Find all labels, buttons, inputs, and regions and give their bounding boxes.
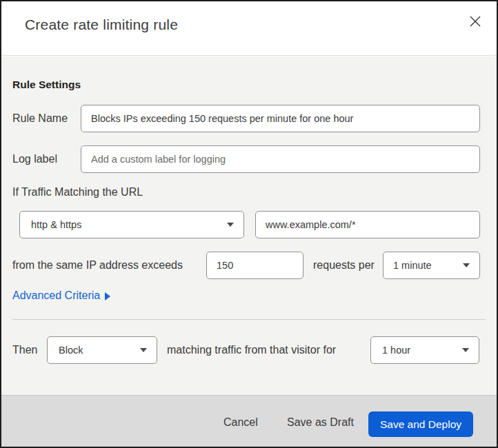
- scheme-select[interactable]: http & https: [19, 211, 244, 238]
- period-select[interactable]: 1 minute: [383, 252, 480, 279]
- rule-name-label: Rule Name: [12, 112, 68, 125]
- url-input[interactable]: [255, 211, 480, 238]
- save-deploy-button[interactable]: Save and Deploy: [368, 411, 473, 437]
- action-select[interactable]: Block: [47, 336, 157, 364]
- then-suffix-text: matching traffic from that visitor for: [167, 343, 336, 357]
- threshold-input[interactable]: [206, 252, 303, 279]
- period-select-value: 1 minute: [393, 260, 432, 271]
- duration-select-value: 1 hour: [382, 345, 410, 356]
- action-select-value: Block: [59, 345, 83, 356]
- log-label-input[interactable]: [81, 145, 480, 173]
- advanced-criteria-link[interactable]: Advanced Criteria: [12, 289, 110, 302]
- advanced-criteria-label: Advanced Criteria: [12, 289, 100, 302]
- close-button[interactable]: [466, 12, 484, 30]
- dialog-header: Create rate limiting rule: [1, 1, 497, 56]
- save-draft-button[interactable]: Save as Draft: [287, 416, 354, 429]
- traffic-match-heading: If Traffic Matching the URL: [12, 185, 143, 199]
- rate-limit-dialog: Create rate limiting rule Rule Settings …: [0, 0, 498, 448]
- duration-select[interactable]: 1 hour: [370, 336, 479, 364]
- dialog-title: Create rate limiting rule: [25, 17, 178, 33]
- chevron-right-icon: [105, 292, 110, 301]
- section-divider: [12, 319, 486, 320]
- then-label: Then: [12, 343, 37, 357]
- section-heading: Rule Settings: [12, 79, 81, 91]
- chevron-down-icon: [227, 223, 234, 227]
- cancel-button[interactable]: Cancel: [223, 416, 258, 429]
- chevron-down-icon: [462, 348, 469, 352]
- close-icon: [469, 15, 481, 28]
- scheme-select-value: http & https: [31, 219, 81, 230]
- chevron-down-icon: [140, 348, 147, 352]
- threshold-suffix-text: requests per: [313, 258, 375, 272]
- rule-name-input[interactable]: [81, 105, 480, 132]
- log-label-label: Log label: [12, 152, 57, 166]
- chevron-down-icon: [463, 263, 470, 267]
- threshold-prefix-text: from the same IP address exceeds: [12, 258, 183, 272]
